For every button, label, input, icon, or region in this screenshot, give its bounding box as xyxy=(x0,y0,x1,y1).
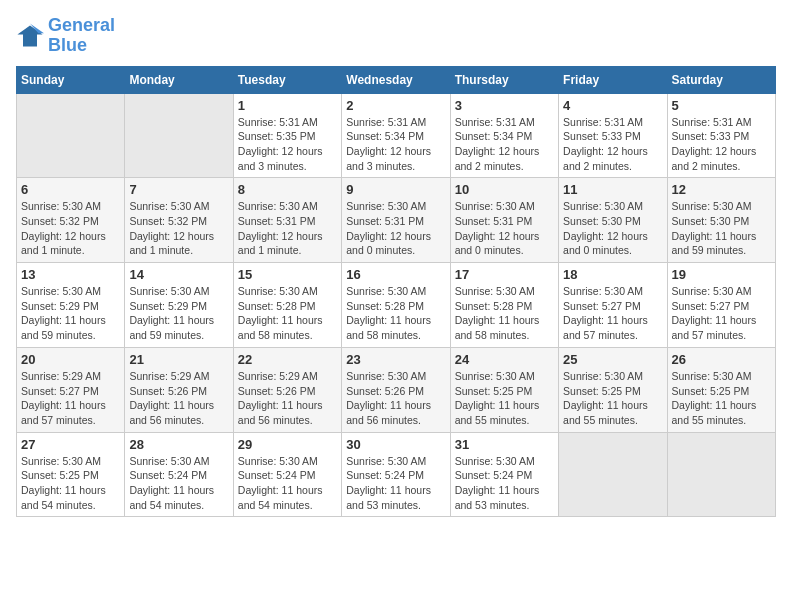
day-info: Sunrise: 5:30 AM Sunset: 5:28 PM Dayligh… xyxy=(455,284,554,343)
day-info: Sunrise: 5:31 AM Sunset: 5:33 PM Dayligh… xyxy=(672,115,771,174)
day-number: 19 xyxy=(672,267,771,282)
calendar-cell: 7Sunrise: 5:30 AM Sunset: 5:32 PM Daylig… xyxy=(125,178,233,263)
calendar-cell: 26Sunrise: 5:30 AM Sunset: 5:25 PM Dayli… xyxy=(667,347,775,432)
day-number: 13 xyxy=(21,267,120,282)
calendar-cell: 8Sunrise: 5:30 AM Sunset: 5:31 PM Daylig… xyxy=(233,178,341,263)
day-info: Sunrise: 5:30 AM Sunset: 5:25 PM Dayligh… xyxy=(21,454,120,513)
calendar-table: SundayMondayTuesdayWednesdayThursdayFrid… xyxy=(16,66,776,518)
day-number: 26 xyxy=(672,352,771,367)
header-cell-sunday: Sunday xyxy=(17,66,125,93)
day-info: Sunrise: 5:30 AM Sunset: 5:32 PM Dayligh… xyxy=(129,199,228,258)
calendar-cell: 19Sunrise: 5:30 AM Sunset: 5:27 PM Dayli… xyxy=(667,263,775,348)
calendar-cell: 28Sunrise: 5:30 AM Sunset: 5:24 PM Dayli… xyxy=(125,432,233,517)
day-number: 15 xyxy=(238,267,337,282)
calendar-week-5: 27Sunrise: 5:30 AM Sunset: 5:25 PM Dayli… xyxy=(17,432,776,517)
day-info: Sunrise: 5:30 AM Sunset: 5:28 PM Dayligh… xyxy=(346,284,445,343)
day-info: Sunrise: 5:30 AM Sunset: 5:31 PM Dayligh… xyxy=(346,199,445,258)
day-info: Sunrise: 5:30 AM Sunset: 5:30 PM Dayligh… xyxy=(672,199,771,258)
header-cell-friday: Friday xyxy=(559,66,667,93)
day-number: 2 xyxy=(346,98,445,113)
calendar-cell: 14Sunrise: 5:30 AM Sunset: 5:29 PM Dayli… xyxy=(125,263,233,348)
day-number: 23 xyxy=(346,352,445,367)
day-number: 27 xyxy=(21,437,120,452)
day-info: Sunrise: 5:30 AM Sunset: 5:24 PM Dayligh… xyxy=(238,454,337,513)
calendar-cell: 21Sunrise: 5:29 AM Sunset: 5:26 PM Dayli… xyxy=(125,347,233,432)
calendar-cell: 9Sunrise: 5:30 AM Sunset: 5:31 PM Daylig… xyxy=(342,178,450,263)
day-info: Sunrise: 5:30 AM Sunset: 5:25 PM Dayligh… xyxy=(455,369,554,428)
calendar-cell: 6Sunrise: 5:30 AM Sunset: 5:32 PM Daylig… xyxy=(17,178,125,263)
calendar-cell xyxy=(667,432,775,517)
day-info: Sunrise: 5:31 AM Sunset: 5:33 PM Dayligh… xyxy=(563,115,662,174)
day-info: Sunrise: 5:29 AM Sunset: 5:27 PM Dayligh… xyxy=(21,369,120,428)
day-number: 4 xyxy=(563,98,662,113)
calendar-week-2: 6Sunrise: 5:30 AM Sunset: 5:32 PM Daylig… xyxy=(17,178,776,263)
header-cell-monday: Monday xyxy=(125,66,233,93)
calendar-week-3: 13Sunrise: 5:30 AM Sunset: 5:29 PM Dayli… xyxy=(17,263,776,348)
calendar-cell: 3Sunrise: 5:31 AM Sunset: 5:34 PM Daylig… xyxy=(450,93,558,178)
calendar-cell: 29Sunrise: 5:30 AM Sunset: 5:24 PM Dayli… xyxy=(233,432,341,517)
calendar-cell xyxy=(125,93,233,178)
day-number: 10 xyxy=(455,182,554,197)
day-info: Sunrise: 5:30 AM Sunset: 5:31 PM Dayligh… xyxy=(455,199,554,258)
calendar-cell xyxy=(559,432,667,517)
calendar-cell: 18Sunrise: 5:30 AM Sunset: 5:27 PM Dayli… xyxy=(559,263,667,348)
calendar-cell: 15Sunrise: 5:30 AM Sunset: 5:28 PM Dayli… xyxy=(233,263,341,348)
calendar-cell: 23Sunrise: 5:30 AM Sunset: 5:26 PM Dayli… xyxy=(342,347,450,432)
logo-icon xyxy=(16,22,44,50)
svg-marker-0 xyxy=(17,25,42,46)
header-cell-saturday: Saturday xyxy=(667,66,775,93)
day-number: 22 xyxy=(238,352,337,367)
day-info: Sunrise: 5:30 AM Sunset: 5:25 PM Dayligh… xyxy=(672,369,771,428)
logo: General Blue xyxy=(16,16,115,56)
calendar-cell: 13Sunrise: 5:30 AM Sunset: 5:29 PM Dayli… xyxy=(17,263,125,348)
day-info: Sunrise: 5:30 AM Sunset: 5:25 PM Dayligh… xyxy=(563,369,662,428)
day-info: Sunrise: 5:30 AM Sunset: 5:28 PM Dayligh… xyxy=(238,284,337,343)
day-number: 3 xyxy=(455,98,554,113)
calendar-cell: 16Sunrise: 5:30 AM Sunset: 5:28 PM Dayli… xyxy=(342,263,450,348)
header-cell-thursday: Thursday xyxy=(450,66,558,93)
calendar-week-4: 20Sunrise: 5:29 AM Sunset: 5:27 PM Dayli… xyxy=(17,347,776,432)
calendar-cell: 12Sunrise: 5:30 AM Sunset: 5:30 PM Dayli… xyxy=(667,178,775,263)
day-info: Sunrise: 5:30 AM Sunset: 5:29 PM Dayligh… xyxy=(129,284,228,343)
calendar-cell: 10Sunrise: 5:30 AM Sunset: 5:31 PM Dayli… xyxy=(450,178,558,263)
day-number: 9 xyxy=(346,182,445,197)
day-info: Sunrise: 5:29 AM Sunset: 5:26 PM Dayligh… xyxy=(238,369,337,428)
day-number: 21 xyxy=(129,352,228,367)
day-number: 20 xyxy=(21,352,120,367)
day-info: Sunrise: 5:31 AM Sunset: 5:35 PM Dayligh… xyxy=(238,115,337,174)
calendar-cell: 31Sunrise: 5:30 AM Sunset: 5:24 PM Dayli… xyxy=(450,432,558,517)
day-info: Sunrise: 5:29 AM Sunset: 5:26 PM Dayligh… xyxy=(129,369,228,428)
day-info: Sunrise: 5:30 AM Sunset: 5:32 PM Dayligh… xyxy=(21,199,120,258)
day-number: 12 xyxy=(672,182,771,197)
day-number: 28 xyxy=(129,437,228,452)
day-info: Sunrise: 5:30 AM Sunset: 5:30 PM Dayligh… xyxy=(563,199,662,258)
calendar-cell: 27Sunrise: 5:30 AM Sunset: 5:25 PM Dayli… xyxy=(17,432,125,517)
calendar-cell: 25Sunrise: 5:30 AM Sunset: 5:25 PM Dayli… xyxy=(559,347,667,432)
day-number: 31 xyxy=(455,437,554,452)
day-number: 17 xyxy=(455,267,554,282)
day-number: 18 xyxy=(563,267,662,282)
day-info: Sunrise: 5:30 AM Sunset: 5:24 PM Dayligh… xyxy=(346,454,445,513)
calendar-cell: 17Sunrise: 5:30 AM Sunset: 5:28 PM Dayli… xyxy=(450,263,558,348)
header: General Blue xyxy=(16,16,776,56)
day-info: Sunrise: 5:30 AM Sunset: 5:26 PM Dayligh… xyxy=(346,369,445,428)
day-info: Sunrise: 5:30 AM Sunset: 5:24 PM Dayligh… xyxy=(129,454,228,513)
day-number: 14 xyxy=(129,267,228,282)
calendar-cell: 4Sunrise: 5:31 AM Sunset: 5:33 PM Daylig… xyxy=(559,93,667,178)
calendar-cell: 1Sunrise: 5:31 AM Sunset: 5:35 PM Daylig… xyxy=(233,93,341,178)
day-number: 30 xyxy=(346,437,445,452)
day-number: 8 xyxy=(238,182,337,197)
day-number: 6 xyxy=(21,182,120,197)
calendar-cell: 5Sunrise: 5:31 AM Sunset: 5:33 PM Daylig… xyxy=(667,93,775,178)
day-number: 25 xyxy=(563,352,662,367)
day-info: Sunrise: 5:30 AM Sunset: 5:31 PM Dayligh… xyxy=(238,199,337,258)
header-cell-tuesday: Tuesday xyxy=(233,66,341,93)
day-number: 1 xyxy=(238,98,337,113)
day-info: Sunrise: 5:30 AM Sunset: 5:27 PM Dayligh… xyxy=(563,284,662,343)
day-number: 24 xyxy=(455,352,554,367)
logo-text: General Blue xyxy=(48,16,115,56)
day-info: Sunrise: 5:30 AM Sunset: 5:29 PM Dayligh… xyxy=(21,284,120,343)
day-number: 11 xyxy=(563,182,662,197)
calendar-cell xyxy=(17,93,125,178)
day-info: Sunrise: 5:31 AM Sunset: 5:34 PM Dayligh… xyxy=(346,115,445,174)
